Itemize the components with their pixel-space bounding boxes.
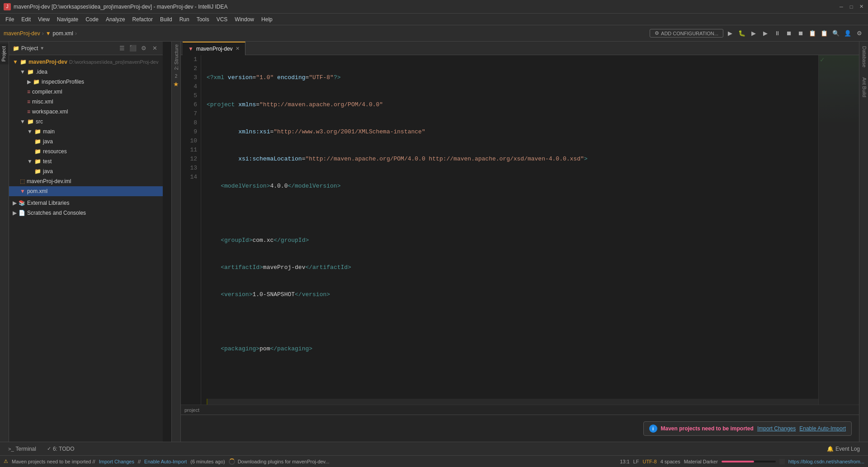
downloading-text: Downloading plugins for mavenProj-dev... xyxy=(238,459,330,464)
test-folder-icon: 📁 xyxy=(34,158,41,165)
debug-button[interactable]: 🐛 xyxy=(737,28,747,38)
coverage-button[interactable]: ▶ xyxy=(749,28,759,38)
event-log-tab[interactable]: 🔔 Event Log xyxy=(822,445,864,453)
editor-content-area: 1 2 3 4 5 6 7 8 9 10 11 12 13 14 xyxy=(181,55,859,405)
tree-root[interactable]: ▼ 📁 mavenProj-dev D:\worksapses\idea_pro… xyxy=(9,57,163,67)
menu-run[interactable]: Run xyxy=(176,15,193,24)
minimize-button[interactable]: ─ xyxy=(838,4,844,10)
breadcrumb-project[interactable]: mavenProj-dev xyxy=(4,30,40,37)
code-content[interactable]: <?xml version="1.0" encoding="UTF-8"?> <… xyxy=(201,55,818,405)
todo-icon: ✓ xyxy=(47,446,51,452)
menu-file[interactable]: File xyxy=(2,15,18,24)
status-left: ⚠ Maven projects need to be imported // … xyxy=(4,458,616,465)
menu-code[interactable]: Code xyxy=(82,15,102,24)
cursor-position[interactable]: 13:1 xyxy=(620,459,629,464)
menu-edit[interactable]: Edit xyxy=(18,15,34,24)
inspection-arrow-icon: ▶ xyxy=(27,79,31,85)
gear-button[interactable]: ⚙ xyxy=(139,44,148,53)
user-button[interactable]: 👤 xyxy=(843,28,853,38)
terminal-tab[interactable]: >_ Terminal xyxy=(4,445,41,453)
src-label: src xyxy=(36,118,43,125)
menu-navigate[interactable]: Navigate xyxy=(53,15,82,24)
scope-button[interactable]: ☰ xyxy=(118,44,127,53)
status-auto-import-link[interactable]: Enable Auto-Import xyxy=(144,459,187,464)
tree-item-test[interactable]: ▼ 📁 test xyxy=(9,156,163,166)
stop-button[interactable]: ⏹ xyxy=(784,28,794,38)
structure-tab[interactable]: 2: Structure xyxy=(173,42,180,73)
tree-item-resources[interactable]: 📁 resources xyxy=(9,146,163,156)
line-ending[interactable]: LF xyxy=(633,459,639,464)
menu-view[interactable]: View xyxy=(34,15,53,24)
iml-icon: ⬚ xyxy=(20,178,25,184)
settings-button[interactable]: ⚙ xyxy=(854,28,864,38)
theme-name[interactable]: Material Darker xyxy=(684,459,718,464)
encoding-display: UTF-8 xyxy=(642,459,656,464)
java-folder-icon1: 📁 xyxy=(34,138,41,145)
device1-button[interactable]: 📋 xyxy=(807,28,817,38)
menu-tools[interactable]: Tools xyxy=(193,15,213,24)
breadcrumb-file[interactable]: pom.xml xyxy=(53,30,73,37)
tree-item-misc[interactable]: ≡ misc.xml xyxy=(9,97,163,107)
misc-label: misc.xml xyxy=(32,99,53,105)
close-panel-button[interactable]: ✕ xyxy=(150,44,159,53)
todo-tab[interactable]: ✓ 6: TODO xyxy=(42,445,79,453)
add-config-button[interactable]: ⚙ ADD CONFIGURATION... xyxy=(650,29,723,38)
maximize-button[interactable]: □ xyxy=(848,4,854,10)
tree-item-iml[interactable]: ⬚ mavenProj-dev.iml xyxy=(9,176,163,186)
tree-item-java2[interactable]: 📁 java xyxy=(9,166,163,176)
status-progress: Downloading plugins for mavenProj-dev... xyxy=(229,458,330,465)
database-tab[interactable]: Database xyxy=(859,43,868,70)
close-button[interactable]: ✕ xyxy=(858,4,864,10)
tree-item-pom[interactable]: ▼ pom.xml xyxy=(9,186,163,196)
import-changes-link[interactable]: Import Changes xyxy=(757,425,796,432)
ln-4: 4 xyxy=(184,82,197,91)
tab-close-button[interactable]: ✕ xyxy=(236,46,240,52)
status-url[interactable]: https://blog.csdn.net/shanesfrom... xyxy=(788,459,864,464)
menu-window[interactable]: Window xyxy=(231,15,258,24)
ln-9: 9 xyxy=(184,127,197,137)
enable-auto-import-link[interactable]: Enable Auto-Import xyxy=(799,425,846,432)
pause-button[interactable]: ⏸ xyxy=(772,28,782,38)
menu-analyze[interactable]: Analyze xyxy=(102,15,129,24)
tree-item-main[interactable]: ▼ 📁 main xyxy=(9,127,163,137)
editor-tab-pom[interactable]: ▼ mavenProj-dev ✕ xyxy=(183,42,245,55)
notification-box: i Maven projects need to be imported Imp… xyxy=(643,421,852,436)
breadcrumb-file-icon: ▼ xyxy=(46,30,51,37)
file-tree: ▼ 📁 mavenProj-dev D:\worksapses\idea_pro… xyxy=(9,55,163,442)
status-message: Maven projects need to be imported // xyxy=(12,459,95,464)
tree-item-compiler[interactable]: ≡ compiler.xml xyxy=(9,87,163,97)
code-editor[interactable]: 1 2 3 4 5 6 7 8 9 10 11 12 13 14 xyxy=(181,55,818,405)
tree-scratches[interactable]: ▶ 📄 Scratches and Consoles xyxy=(9,208,163,218)
nav-bar: mavenProj-dev › ▼ pom.xml › ⚙ ADD CONFIG… xyxy=(0,25,868,42)
device2-button[interactable]: 📋 xyxy=(819,28,829,38)
tree-item-java1[interactable]: 📁 java xyxy=(9,137,163,146)
right-panel-tabs: Database Ant Build xyxy=(859,42,868,442)
misc-xml-icon: ≡ xyxy=(27,99,30,105)
tree-item-workspace[interactable]: ≡ workspace.xml xyxy=(9,107,163,117)
menu-vcs[interactable]: VCS xyxy=(213,15,231,24)
menu-help[interactable]: Help xyxy=(258,15,276,24)
project-dropdown-icon[interactable]: ▼ xyxy=(40,46,44,51)
event-log-label: Event Log xyxy=(835,446,860,452)
run-button[interactable]: ▶ xyxy=(725,28,735,38)
collapse-button[interactable]: ⬛ xyxy=(128,44,137,53)
iml-label: mavenProj-dev.iml xyxy=(27,178,71,184)
ant-build-tab[interactable]: Ant Build xyxy=(859,75,868,100)
menu-refactor[interactable]: Refactor xyxy=(129,15,156,24)
code-line-9: <version>1.0-SNAPSHOT</version> xyxy=(207,290,818,299)
tree-item-src[interactable]: ▼ 📁 src xyxy=(9,117,163,127)
editor-tabs: ▼ mavenProj-dev ✕ xyxy=(181,42,859,55)
tree-external-libs[interactable]: ▶ 📚 External Libraries xyxy=(9,198,163,208)
menu-build[interactable]: Build xyxy=(156,15,176,24)
notification-info-icon: i xyxy=(649,425,657,433)
profile-button[interactable]: ▶ xyxy=(760,28,770,38)
ln-13: 13 xyxy=(184,164,197,173)
status-import-link[interactable]: Import Changes xyxy=(99,459,134,464)
stop-progress-btn[interactable] xyxy=(779,459,785,464)
project-tab[interactable]: Project xyxy=(0,43,9,64)
stop2-button[interactable]: ⏹ xyxy=(796,28,806,38)
search-everywhere-button[interactable]: 🔍 xyxy=(831,28,841,38)
project-panel-header: 📁 Project ▼ ☰ ⬛ ⚙ ✕ xyxy=(9,42,163,55)
tree-item-idea[interactable]: ▼ 📁 .idea xyxy=(9,67,163,77)
tree-item-inspection[interactable]: ▶ 📁 inspectionProfiles xyxy=(9,77,163,87)
